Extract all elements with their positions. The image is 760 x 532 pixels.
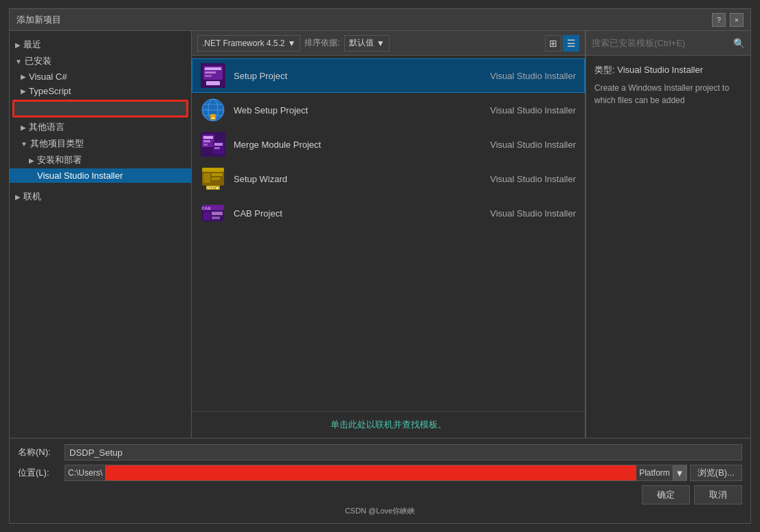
framework-dropdown[interactable]: .NET Framework 4.5.2 ▼ — [197, 35, 300, 52]
cab-project-icon: CAB — [201, 201, 225, 225]
svg-rect-22 — [202, 168, 224, 172]
template-item-merge-module[interactable]: Merge Module Project Visual Studio Insta… — [192, 127, 585, 162]
merge-module-name: Merge Module Project — [234, 140, 321, 150]
sort-prefix: 排序依据: — [304, 37, 339, 49]
arrow-online: ▶ — [15, 193, 21, 201]
right-panel: 类型: Visual Studio Installer Create a Win… — [586, 56, 750, 115]
arrow-typescript: ▶ — [21, 87, 26, 95]
list-view-button[interactable]: ☰ — [563, 35, 579, 52]
sidebar-item-other-lang[interactable]: ▶ 其他语言 — [10, 119, 191, 135]
location-prefix: C:\Users\ — [65, 468, 105, 478]
label-setup-deploy: 安装和部署 — [37, 154, 82, 166]
label-vs-installer: Visual Studio Installer — [37, 170, 123, 181]
label-other-lang: 其他语言 — [29, 121, 65, 133]
sidebar-item-vs-installer[interactable]: Visual Studio Installer — [10, 168, 191, 183]
sidebar-item-online[interactable]: ▶ 联机 — [10, 188, 191, 205]
template-list: Setup Project Visual Studio Installer — [192, 56, 585, 411]
label-online: 联机 — [23, 190, 41, 203]
location-dropdown-button[interactable]: ▼ — [673, 465, 686, 481]
template-toolbar: .NET Framework 4.5.2 ▼ 排序依据: 默认值 ▼ ⊞ ☰ — [192, 31, 585, 56]
sidebar-item-recent[interactable]: ▶ 最近 — [10, 36, 191, 53]
label-other-types: 其他项目类型 — [30, 137, 84, 150]
arrow-setup-deploy: ▶ — [29, 157, 34, 164]
svg-text:CAB: CAB — [202, 206, 212, 210]
framework-arrow-icon: ▼ — [287, 38, 295, 48]
arrow-recent: ▶ — [15, 41, 21, 49]
web-setup-icon: ▲ — [201, 98, 225, 122]
name-label: 名称(N): — [18, 446, 59, 458]
svg-rect-30 — [203, 212, 210, 220]
svg-text:NEXT ▶: NEXT ▶ — [207, 186, 220, 190]
merge-module-source: Visual Studio Installer — [490, 140, 576, 150]
svg-rect-15 — [203, 136, 213, 139]
svg-rect-31 — [212, 212, 223, 215]
web-setup-source: Visual Studio Installer — [490, 105, 576, 115]
svg-rect-4 — [205, 75, 212, 77]
cancel-button[interactable]: 取消 — [694, 485, 742, 505]
template-item-setup-wizard[interactable]: NEXT ▶ Setup Wizard Visual Studio Instal… — [192, 162, 585, 196]
title-bar: 添加新项目 ? × — [10, 9, 750, 31]
bottom-area: 名称(N): 位置(L): C:\Users\ Platform ▼ 浏览(B)… — [10, 438, 750, 523]
arrow-other-types: ▼ — [21, 140, 27, 148]
setup-wizard-name: Setup Wizard — [234, 174, 287, 184]
sort-dropdown[interactable]: 默认值 ▼ — [344, 35, 390, 52]
arrow-visual-c: ▶ — [21, 73, 26, 80]
type-label: 类型: Visual Studio Installer — [594, 64, 743, 76]
arrow-installed: ▼ — [15, 58, 22, 65]
svg-rect-32 — [212, 217, 220, 219]
dialog-body: ▶ 最近 ▼ 已安装 ▶ Visual C# ▶ TypeScript — [10, 31, 750, 438]
name-row: 名称(N): — [18, 444, 742, 461]
sidebar-item-setup-deploy[interactable]: ▶ 安装和部署 — [10, 152, 191, 168]
sidebar-item-installed[interactable]: ▼ 已安装 — [10, 53, 191, 69]
label-typescript: TypeScript — [29, 86, 71, 96]
svg-rect-25 — [212, 177, 220, 180]
dialog-title: 添加新项目 — [16, 14, 61, 26]
online-link[interactable]: 单击此处以联机并查找模板。 — [331, 419, 447, 430]
search-bar: 🔍 — [586, 31, 750, 56]
svg-rect-23 — [203, 173, 210, 183]
location-path-container: C:\Users\ Platform ▼ — [65, 465, 687, 481]
right-section: 🔍 类型: Visual Studio Installer Create a W… — [585, 31, 750, 438]
sidebar-item-typescript[interactable]: ▶ TypeScript — [10, 84, 191, 98]
template-item-web-setup[interactable]: ▲ Web Setup Project Visual Studio Instal… — [192, 93, 585, 127]
svg-rect-24 — [212, 173, 223, 176]
template-item-setup-project[interactable]: Setup Project Visual Studio Installer — [192, 58, 585, 93]
arrow-other-lang: ▶ — [21, 124, 26, 131]
sort-arrow-icon: ▼ — [377, 38, 385, 48]
merge-module-icon — [201, 132, 225, 157]
svg-rect-16 — [203, 140, 210, 142]
close-button[interactable]: × — [730, 13, 744, 27]
setup-wizard-icon: NEXT ▶ — [201, 166, 225, 191]
ok-button[interactable]: 确定 — [642, 485, 690, 505]
add-project-dialog: 添加新项目 ? × ▶ 最近 ▼ 已安装 ▶ Visual C# — [9, 8, 751, 524]
browse-button[interactable]: 浏览(B)... — [690, 465, 742, 481]
setup-project-source: Visual Studio Installer — [490, 71, 576, 81]
setup-wizard-source: Visual Studio Installer — [490, 174, 576, 184]
cab-project-name: CAB Project — [234, 208, 282, 219]
label-recent: 最近 — [23, 38, 41, 51]
svg-rect-19 — [214, 143, 223, 146]
sort-value: 默认值 — [349, 37, 374, 49]
sidebar-item-redacted[interactable] — [12, 100, 188, 118]
svg-text:▲: ▲ — [211, 115, 215, 120]
framework-label: .NET Framework 4.5.2 — [202, 38, 284, 48]
middle-panel: .NET Framework 4.5.2 ▼ 排序依据: 默认值 ▼ ⊞ ☰ — [192, 31, 585, 438]
sidebar-item-other-types[interactable]: ▼ 其他项目类型 — [10, 135, 191, 152]
label-visual-c: Visual C# — [29, 71, 67, 82]
search-input[interactable] — [592, 38, 730, 48]
svg-rect-20 — [214, 147, 220, 149]
svg-rect-5 — [206, 81, 220, 85]
sidebar-item-visual-c[interactable]: ▶ Visual C# — [10, 69, 191, 84]
name-input[interactable] — [65, 444, 742, 461]
help-button[interactable]: ? — [712, 13, 726, 27]
grid-view-button[interactable]: ⊞ — [545, 35, 561, 52]
action-row: 确定 取消 — [18, 485, 742, 505]
search-icon[interactable]: 🔍 — [733, 38, 745, 49]
label-installed: 已安装 — [25, 55, 52, 67]
svg-rect-17 — [203, 144, 208, 146]
title-bar-controls: ? × — [712, 13, 744, 27]
template-item-cab-project[interactable]: CAB CAB Project Visual Studio Installer — [192, 196, 585, 230]
view-buttons: ⊞ ☰ — [545, 35, 579, 52]
location-label: 位置(L): — [18, 467, 59, 479]
watermark-text: CSDN @Love你峡峡 — [18, 505, 742, 518]
